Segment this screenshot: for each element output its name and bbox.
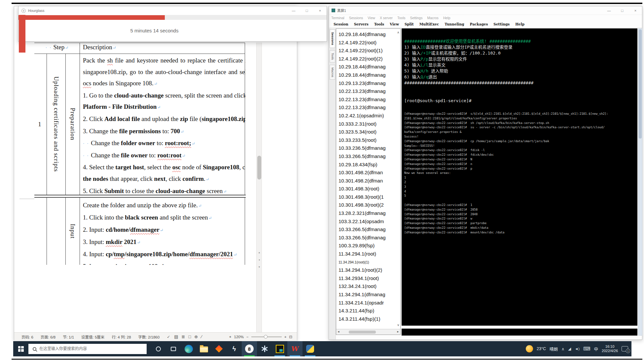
menu-x-server[interactable]: X server xyxy=(380,16,393,20)
session-item[interactable]: 13.28.2.321(dfmanag xyxy=(339,209,396,218)
terminal-scrollbar-thumb[interactable] xyxy=(639,29,642,139)
session-item[interactable]: 10.301.498.3(root)(1 xyxy=(339,193,396,201)
toolbar-multiexec[interactable]: MultiExec xyxy=(419,22,439,26)
browse-button-0[interactable]: ▲ xyxy=(257,249,262,255)
session-item[interactable]: 11.34.294.1(root)(1) xyxy=(339,258,396,266)
toolbar-tunneling[interactable]: Tunneling xyxy=(445,22,464,26)
terminal-scrollbar[interactable] xyxy=(638,28,642,336)
action-center-icon[interactable]: 1 xyxy=(622,346,628,351)
session-item[interactable]: 10.301.498.3(root)(2 xyxy=(339,201,396,209)
network-icon[interactable]: ◢ xyxy=(568,346,571,351)
zoom-slider[interactable] xyxy=(251,337,282,337)
python-app-button[interactable] xyxy=(303,341,318,356)
browse-button-1[interactable]: ● xyxy=(257,257,262,262)
fullscreen-icon[interactable]: ⊡ xyxy=(289,335,292,339)
session-item[interactable]: 10.301.498.2(dfman xyxy=(339,169,396,177)
view-mode-icon-2[interactable]: □ xyxy=(188,334,191,339)
side-tab-tools[interactable]: Tools xyxy=(330,50,335,62)
edge-button[interactable] xyxy=(181,341,196,356)
menu-macros[interactable]: Macros xyxy=(427,16,438,20)
session-item[interactable]: 10.22.13.23(dfmanag xyxy=(339,103,396,112)
terminal-pane[interactable]: ################欢迎使用堡垒机系统! #############… xyxy=(402,28,637,326)
session-item[interactable]: 100.3.29.89(fsp) xyxy=(339,242,396,250)
session-item[interactable]: 10.333.2.31(root) xyxy=(339,120,396,128)
session-item[interactable]: 10.33.236.5(dfmanag xyxy=(339,144,396,152)
session-item[interactable]: 14.3.211.44(fsp)(1) xyxy=(339,315,396,323)
menu-view[interactable]: View xyxy=(368,16,375,20)
toolbar-help[interactable]: Help xyxy=(515,22,524,26)
tray-weather-text[interactable]: 晴朗 xyxy=(550,346,558,352)
diamond-app-button[interactable] xyxy=(211,341,227,356)
session-item[interactable]: 11.334.214.1(opsadr xyxy=(339,299,396,307)
taskbar-search[interactable] xyxy=(28,344,147,354)
view-mode-icon-3[interactable]: ⊕ xyxy=(194,334,198,339)
zoom-in-button[interactable]: + xyxy=(284,335,287,339)
spellcheck-icon[interactable]: ✓ xyxy=(167,335,170,339)
scroll-down-icon[interactable]: ∨ xyxy=(397,323,399,327)
mobaxterm-titlebar[interactable]: 黑屏1 — □ × xyxy=(329,6,642,15)
toolbar-settings[interactable]: Settings xyxy=(493,22,510,26)
scroll-left-icon[interactable]: ◄ xyxy=(337,330,340,333)
session-item[interactable]: 10.33.266.5(dfmanag xyxy=(339,225,396,234)
session-list-hscrollbar[interactable]: ◄ ► xyxy=(336,329,400,335)
session-item[interactable]: 10.33.233.5(root) xyxy=(339,136,396,144)
session-item[interactable]: 12.4.149.22(root)(1) xyxy=(339,47,396,55)
maximize-button[interactable]: □ xyxy=(616,6,629,15)
zoom-out-button[interactable]: − xyxy=(246,335,249,339)
side-tab-sessions[interactable]: Sessions xyxy=(330,29,335,48)
session-item[interactable]: 12.4.149.22(root) xyxy=(339,39,396,47)
terminal-split-pane[interactable] xyxy=(402,329,637,336)
toolbar-split[interactable]: Split xyxy=(405,22,414,26)
session-item[interactable]: 11.34.294.1(dfmanag xyxy=(339,291,396,299)
session-item[interactable]: 14.3.211.44(fsp) xyxy=(339,307,396,315)
session-item[interactable]: 10.29.13.23(dfmanag xyxy=(339,79,396,88)
file-explorer-button[interactable] xyxy=(196,341,211,356)
menu-tools[interactable]: Tools xyxy=(397,16,406,20)
session-item[interactable]: 10.323.5.34(root) xyxy=(339,128,396,136)
minimize-button[interactable]: — xyxy=(602,6,616,15)
session-item[interactable]: 11.34.2934.1(root) xyxy=(339,274,396,283)
session-item[interactable]: 11.34.294.1(root)(2) xyxy=(339,266,396,274)
session-item[interactable]: 10.29.18.44(dfmanag xyxy=(339,30,396,39)
search-input[interactable] xyxy=(39,346,147,351)
session-item[interactable]: 10.33.266.5(dfmanag xyxy=(339,152,396,161)
view-mode-icon-1[interactable]: ≣ xyxy=(181,334,185,339)
tray-temperature[interactable]: 23°C xyxy=(537,346,546,351)
maximize-button[interactable]: □ xyxy=(300,6,313,15)
touch-keyboard-icon[interactable]: ⌨ xyxy=(583,346,590,352)
session-item[interactable]: 11.34.294.1(root) xyxy=(339,250,396,258)
scroll-right-icon[interactable]: ► xyxy=(397,330,399,333)
task-view-button[interactable] xyxy=(166,341,181,356)
row1-lines[interactable]: Pack the sh file and keystore needed to … xyxy=(83,55,245,197)
session-item[interactable]: 132.34.24.1(root) xyxy=(339,282,396,291)
scrollbar-thumb[interactable] xyxy=(257,156,261,180)
row2-lines[interactable]: Create the folder and unzip the above zi… xyxy=(83,199,245,265)
session-item[interactable]: 10.301.498.2(dfman xyxy=(339,177,396,185)
toolbar-tools[interactable]: Tools xyxy=(374,22,384,26)
cortana-button[interactable] xyxy=(151,341,166,356)
minimize-button[interactable]: — xyxy=(287,6,300,15)
wps-button[interactable]: W xyxy=(287,341,303,356)
clock[interactable]: 16:10 2022/4/26 xyxy=(602,344,618,353)
hourglass-titlebar[interactable]: 8 Hourglass — □ × xyxy=(18,6,327,15)
document-scrollbar[interactable]: ▲●▼ xyxy=(256,43,262,333)
toolbar-servers[interactable]: Servers xyxy=(354,22,369,26)
session-item[interactable]: 10.2.42.1(opsadmin) xyxy=(339,112,396,120)
zoom-fit-icon[interactable]: ⌖ xyxy=(229,335,231,339)
toolbar-session[interactable]: Session xyxy=(334,22,348,26)
close-button[interactable]: × xyxy=(629,6,642,15)
session-item[interactable]: 10.33.266.5(dfmanag xyxy=(339,234,396,242)
menu-help[interactable]: Help xyxy=(443,16,450,20)
session-item[interactable]: 103.3.22.14(opsadm xyxy=(339,218,396,226)
close-button[interactable]: × xyxy=(313,6,327,15)
menu-settings[interactable]: Settings xyxy=(410,16,422,20)
menu-sessions[interactable]: Sessions xyxy=(349,16,363,20)
session-item[interactable]: 10.301.498.3(root) xyxy=(339,185,396,193)
ime-indicator[interactable]: 中 xyxy=(594,346,598,352)
start-button[interactable] xyxy=(13,341,28,356)
session-item[interactable]: 12.4.149.22(root)(2) xyxy=(339,55,396,63)
session-item[interactable]: 10.29.18.44(dfmanag xyxy=(339,71,396,79)
toolbar-packages[interactable]: Packages xyxy=(470,22,488,26)
xshell-button[interactable] xyxy=(272,341,287,356)
session-item[interactable]: 10.29.18.434(fsp) xyxy=(339,161,396,169)
